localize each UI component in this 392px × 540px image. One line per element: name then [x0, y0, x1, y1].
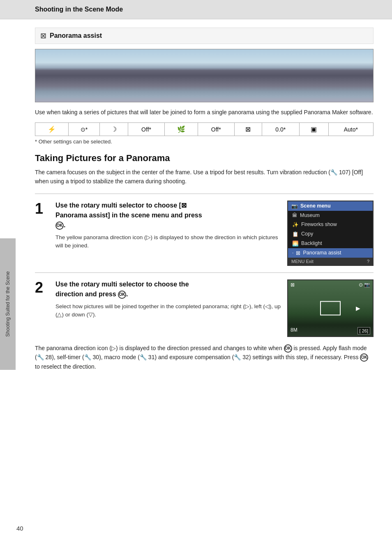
settings-mode-value: Auto*	[328, 123, 373, 136]
scene-menu-copy: 📋 Copy	[288, 229, 373, 239]
panorama-selected-dot: ·	[292, 250, 293, 256]
scene-menu-icon: 📷	[291, 203, 298, 209]
settings-timer-value: Off*	[128, 123, 165, 136]
scene-menu-label: Scene menu	[300, 203, 331, 209]
asterisk-note: * Other settings can be selected.	[35, 138, 374, 145]
copy-label: Copy	[301, 231, 313, 237]
settings-macro-icon: 🌿	[164, 123, 198, 136]
step1-subtext: The yellow panorama direction icon (▷) i…	[55, 233, 281, 250]
scene-menu-box: 📷 Scene menu 🏛 Museum ✨ Fireworks show 📋…	[287, 201, 374, 266]
scene-menu-help: ?	[367, 259, 369, 264]
page-number: 40	[16, 525, 23, 532]
camera-panorama-icon: ⊠	[291, 282, 295, 288]
scene-menu-footer: MENU Exit ?	[288, 258, 373, 265]
scene-menu-panorama: · ⊠ Panorama assist	[288, 248, 373, 258]
camera-preview-inner: ⊠ ⊙ 📷 ▶ 8M [ 26]	[288, 280, 373, 336]
step2-divider	[35, 272, 374, 273]
intro-text: The camera focuses on the subject in the…	[35, 168, 374, 186]
panorama-selected-icon: ⊠	[296, 250, 300, 256]
scene-menu-title: 📷 Scene menu	[288, 201, 373, 211]
camera-resolution: 8M	[291, 327, 297, 335]
step1-container: 1 Use the rotary multi selector to choos…	[35, 201, 374, 266]
step2-subtext1: Select how pictures will be joined toget…	[55, 302, 281, 319]
step2-ok-button: OK	[118, 291, 126, 299]
header-bar: Shooting in the Scene Mode	[0, 0, 392, 19]
panorama-assist-label: Panorama assist	[50, 32, 102, 39]
scene-menu-exit: MENU Exit	[291, 259, 314, 264]
museum-label: Museum	[300, 212, 320, 218]
panorama-assist-header: ⊠ Panorama assist	[35, 28, 374, 44]
settings-macro-value: Off*	[198, 123, 234, 136]
step2-container: 2 Use the rotary multi selector to choos…	[35, 279, 374, 337]
ok-inline2: OK	[360, 353, 368, 362]
backlight-icon: 🌅	[292, 240, 299, 247]
camera-right-icons: ⊙ 📷	[359, 282, 370, 288]
settings-exp-value: 0.0*	[262, 123, 299, 136]
step2-content: Use the rotary multi selector to choose …	[55, 279, 281, 319]
museum-icon: 🏛	[292, 212, 297, 218]
settings-flash-icon: ⚡	[35, 123, 69, 136]
camera-frame-count: [ 26]	[357, 327, 370, 335]
fireworks-label: Fireworks show	[301, 222, 337, 227]
settings-mode-icon: ▣	[299, 123, 328, 136]
step1-image: 📷 Scene menu 🏛 Museum ✨ Fireworks show 📋…	[287, 201, 374, 266]
step2-additional-text: The panorama direction icon (▷) is displ…	[35, 344, 374, 371]
side-tab-label: Shooting Suited for the Scene	[5, 271, 11, 337]
main-content: ⊠ Panorama assist Use when taking a seri…	[0, 19, 392, 395]
step2-number: 2	[35, 279, 55, 295]
copy-icon: 📋	[292, 231, 299, 237]
scene-menu-museum: 🏛 Museum	[288, 211, 373, 220]
step2-text: Use the rotary multi selector to choose …	[55, 279, 281, 299]
settings-flash-value: ⊙*	[69, 123, 100, 136]
scene-menu-fireworks: ✨ Fireworks show	[288, 220, 373, 229]
backlight-label: Backlight	[301, 240, 322, 246]
settings-exp-icon: ⊠	[234, 123, 262, 136]
panorama-image	[35, 49, 374, 102]
camera-preview-direction-arrow: ▶	[356, 305, 360, 312]
step1-content: Use the rotary multi selector to choose …	[55, 201, 281, 250]
settings-timer-icon: ☽	[100, 123, 128, 136]
step1-divider	[35, 194, 374, 194]
camera-preview-focus-frame	[320, 301, 341, 315]
scene-menu-backlight: 🌅 Backlight	[288, 239, 373, 248]
side-tab: Shooting Suited for the Scene	[0, 238, 16, 370]
camera-preview-bottom: 8M [ 26]	[291, 327, 370, 335]
panorama-selected-label: Panorama assist	[303, 250, 341, 256]
fireworks-icon: ✨	[292, 222, 299, 228]
page-title: Shooting in the Scene Mode	[35, 6, 123, 13]
settings-bar: ⚡ ⊙* ☽ Off* 🌿 Off* ⊠ 0.0* ▣ Auto*	[35, 122, 374, 136]
step1-number: 1	[35, 201, 55, 216]
panorama-icon: ⊠	[40, 31, 46, 40]
step1-text: Use the rotary multi selector to choose …	[55, 201, 281, 230]
section-heading: Taking Pictures for a Panorama	[35, 153, 374, 164]
camera-preview-top: ⊠ ⊙ 📷	[291, 282, 370, 288]
panorama-image-inner	[35, 49, 373, 102]
camera-preview-box: ⊠ ⊙ 📷 ▶ 8M [ 26]	[287, 279, 374, 337]
step1-ok-button: OK	[55, 222, 64, 230]
panorama-description: Use when taking a series of pictures tha…	[35, 108, 374, 117]
step2-image: ⊠ ⊙ 📷 ▶ 8M [ 26]	[287, 279, 374, 337]
ok-inline: OK	[284, 344, 292, 353]
